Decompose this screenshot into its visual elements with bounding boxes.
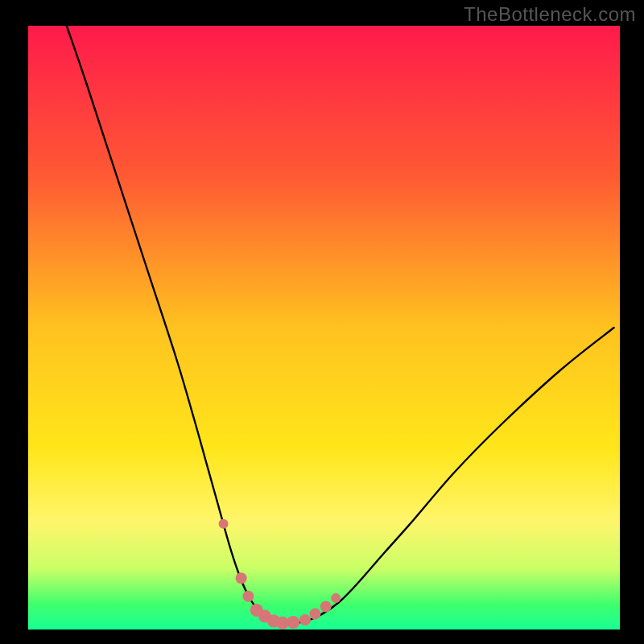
curve-marker	[320, 601, 332, 613]
svg-rect-0	[28, 26, 620, 630]
curve-marker	[219, 519, 229, 529]
curve-marker	[331, 593, 341, 603]
curve-marker	[287, 616, 299, 629]
curve-marker	[299, 614, 311, 625]
chart-container: TheBottleneck.com	[0, 0, 644, 644]
curve-marker	[309, 609, 320, 620]
curve-marker	[236, 572, 247, 584]
curve-marker	[242, 591, 254, 602]
chart-svg	[0, 0, 644, 644]
watermark-label: TheBottleneck.com	[464, 3, 636, 26]
